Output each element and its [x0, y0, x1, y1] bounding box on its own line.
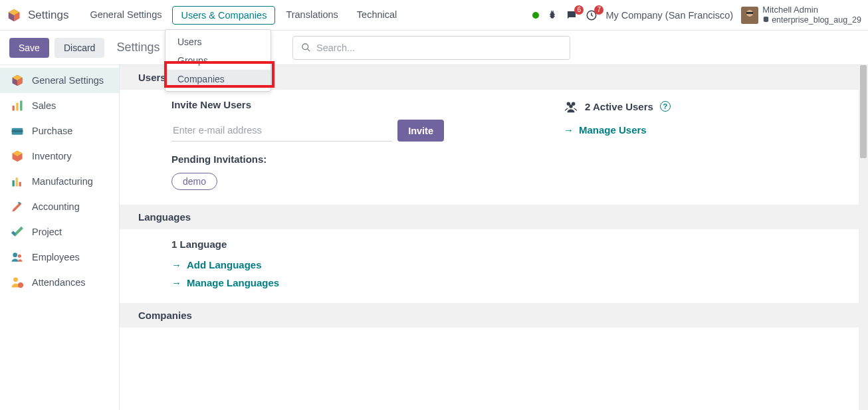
svg-point-23 — [13, 253, 17, 257]
debug-icon[interactable] — [547, 10, 558, 21]
sidebar-item-inventory[interactable]: Inventory — [0, 144, 119, 169]
menu-technical[interactable]: Technical — [349, 6, 405, 25]
save-button[interactable]: Save — [9, 38, 49, 58]
top-menu: General Settings Users & Companies Trans… — [82, 6, 405, 25]
sidebar-item-employees[interactable]: Employees — [0, 245, 119, 270]
menu-users-companies[interactable]: Users & Companies — [172, 6, 275, 25]
settings-content: Users Invite New Users Invite Pending In… — [120, 65, 868, 410]
svg-point-25 — [13, 278, 18, 282]
sidebar-label: Manufacturing — [32, 176, 93, 187]
language-count: 1 Language — [171, 239, 845, 250]
messages-badge: 6 — [574, 5, 584, 15]
sidebar-item-manufacturing[interactable]: Manufacturing — [0, 169, 119, 194]
user-name: Mitchell Admin — [762, 5, 861, 15]
action-bar: Save Discard Settings — [0, 31, 868, 65]
arrow-right-icon: → — [171, 277, 181, 288]
manage-languages-link[interactable]: → Manage Languages — [171, 277, 845, 288]
avatar-icon — [741, 7, 758, 24]
dropdown-users[interactable]: Users — [165, 33, 271, 51]
sidebar: General Settings Sales Purchase Inventor… — [0, 65, 120, 410]
invite-title: Invite New Users — [171, 99, 444, 110]
invite-email-input[interactable] — [171, 120, 392, 142]
add-languages-link[interactable]: → Add Languages — [171, 259, 845, 270]
scrollbar[interactable] — [859, 65, 868, 410]
invite-button[interactable]: Invite — [397, 120, 444, 142]
discard-button[interactable]: Discard — [54, 38, 104, 58]
app-logo-icon[interactable] — [7, 8, 21, 23]
sidebar-item-project[interactable]: Project — [0, 219, 119, 245]
section-companies-header: Companies — [120, 303, 864, 328]
menu-translations[interactable]: Translations — [278, 6, 346, 25]
pencil-icon — [11, 200, 24, 213]
svg-rect-22 — [19, 182, 21, 187]
svg-point-29 — [569, 104, 573, 108]
activities-icon[interactable]: 7 — [586, 9, 597, 21]
sidebar-item-attendances[interactable]: Attendances — [0, 270, 119, 295]
dropdown-groups[interactable]: Groups — [165, 51, 271, 70]
hexagon-icon — [11, 74, 24, 87]
sidebar-item-sales[interactable]: Sales — [0, 93, 119, 118]
svg-point-24 — [18, 255, 21, 258]
sidebar-item-purchase[interactable]: Purchase — [0, 118, 119, 144]
sidebar-label: Purchase — [32, 126, 72, 136]
users-companies-dropdown: Users Groups Companies — [165, 29, 271, 92]
search-icon — [301, 43, 311, 52]
svg-rect-14 — [16, 103, 18, 111]
database-icon — [762, 16, 770, 23]
database-name: enterprise_blog_aug_29 — [772, 15, 861, 25]
person-clock-icon — [11, 276, 24, 289]
arrow-right-icon: → — [171, 259, 181, 270]
svg-line-9 — [307, 49, 310, 51]
svg-rect-6 — [746, 12, 753, 14]
sidebar-label: Project — [32, 227, 62, 237]
svg-rect-21 — [16, 177, 18, 186]
manage-users-link[interactable]: → Manage Users — [564, 124, 671, 136]
app-title: Settings — [28, 9, 68, 22]
user-menu[interactable]: Mitchell Admin enterprise_blog_aug_29 — [741, 5, 861, 25]
company-selector[interactable]: My Company (San Francisco) — [605, 10, 733, 21]
scrollbar-thumb[interactable] — [860, 65, 867, 158]
menu-general-settings[interactable]: General Settings — [82, 6, 169, 25]
topbar: Settings General Settings Users & Compan… — [0, 0, 868, 31]
sidebar-label: Inventory — [32, 151, 72, 161]
sidebar-item-accounting[interactable]: Accounting — [0, 194, 119, 219]
sidebar-label: General Settings — [32, 75, 104, 86]
svg-point-26 — [18, 282, 23, 288]
chart-icon — [11, 175, 24, 188]
info-icon[interactable]: ? — [660, 101, 671, 112]
pending-label: Pending Invitations: — [171, 154, 444, 165]
people-icon — [11, 251, 24, 264]
search-input[interactable] — [316, 43, 562, 53]
check-icon — [11, 225, 24, 239]
sidebar-item-general[interactable]: General Settings — [0, 68, 119, 93]
svg-rect-20 — [13, 180, 15, 186]
activities-badge: 7 — [594, 5, 603, 15]
sidebar-label: Employees — [32, 252, 80, 262]
svg-rect-13 — [13, 106, 15, 111]
section-languages-header: Languages — [120, 205, 864, 229]
active-users-text: 2 Active Users — [585, 101, 653, 112]
pending-pill-demo[interactable]: demo — [171, 173, 217, 190]
users-group-icon — [564, 99, 578, 114]
sidebar-label: Attendances — [32, 277, 86, 288]
arrow-right-icon: → — [564, 124, 574, 136]
messages-icon[interactable]: 6 — [566, 9, 578, 21]
status-indicator-icon[interactable] — [532, 12, 539, 19]
sidebar-label: Sales — [32, 100, 56, 111]
svg-rect-17 — [12, 130, 23, 132]
wallet-icon — [11, 124, 24, 138]
svg-point-8 — [302, 44, 308, 50]
dropdown-companies[interactable]: Companies — [165, 70, 271, 88]
breadcrumb: Settings — [116, 41, 160, 54]
box-icon — [11, 150, 24, 163]
svg-rect-15 — [20, 101, 22, 111]
sidebar-label: Accounting — [32, 201, 80, 212]
bars-icon — [11, 99, 24, 112]
search-box[interactable] — [292, 36, 570, 60]
